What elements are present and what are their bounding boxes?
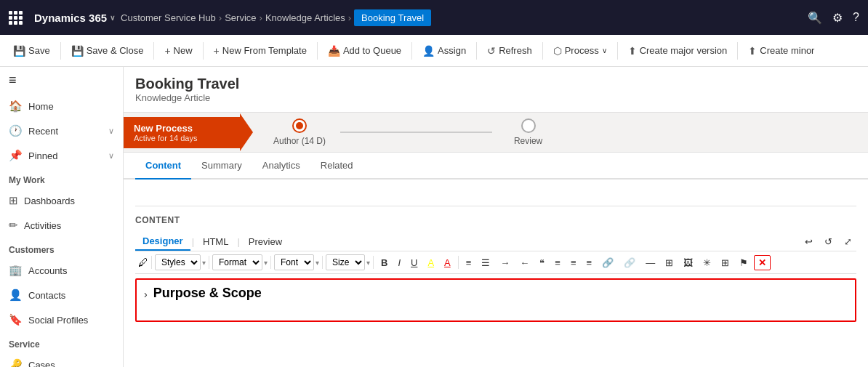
indent-button[interactable]: → <box>496 255 514 270</box>
sidebar-item-recent[interactable]: 🕐 Recent ∨ <box>0 118 123 143</box>
process-stage-active[interactable]: New Process Active for 14 days <box>124 117 240 148</box>
add-to-queue-button[interactable]: 📥 Add to Queue <box>321 41 409 61</box>
sidebar-item-social-profiles[interactable]: 🔖 Social Profiles <box>0 307 123 332</box>
table-button[interactable]: ⊞ <box>661 255 678 270</box>
editor-arrow-icon: › <box>144 289 148 300</box>
process-button[interactable]: ⬡ Process ∨ <box>546 41 614 61</box>
dashboards-icon: ⊞ <box>9 194 18 207</box>
waffle-menu[interactable] <box>9 11 23 25</box>
close-button[interactable]: ✕ <box>754 255 771 270</box>
dtab-preview[interactable]: Preview <box>241 233 289 250</box>
sidebar-item-dashboards[interactable]: ⊞ Dashboards <box>0 188 123 213</box>
pinned-icon: 📌 <box>9 149 23 162</box>
service-section-label: Service <box>0 332 123 352</box>
align-left-button[interactable]: ≡ <box>462 255 476 270</box>
save-icon: 💾 <box>13 45 25 57</box>
size-select[interactable]: Size <box>326 254 365 270</box>
italic-button[interactable]: I <box>393 255 405 270</box>
hr-button[interactable]: — <box>641 255 659 270</box>
sidebar-item-activities[interactable]: ✏ Activities <box>0 213 123 238</box>
breadcrumb-booking-travel[interactable]: Booking Travel <box>354 9 431 26</box>
brand-dropdown-icon: ∨ <box>110 14 115 22</box>
assign-button[interactable]: 👤 Assign <box>415 41 473 61</box>
align-center-button[interactable]: ≡ <box>550 255 565 270</box>
editor-content: › Purpose & Scope <box>144 286 848 301</box>
save-close-button[interactable]: 💾 Save & Close <box>64 41 151 61</box>
align-right-button[interactable]: ≡ <box>566 255 581 270</box>
blockquote-button[interactable]: ❝ <box>535 255 549 270</box>
help-icon[interactable]: ? <box>853 11 859 24</box>
sidebar-item-home[interactable]: 🏠 Home <box>0 94 123 118</box>
assign-icon: 👤 <box>422 45 435 57</box>
top-navigation: Dynamics 365 ∨ Customer Service Hub › Se… <box>0 0 868 35</box>
flag-button[interactable]: ⚑ <box>735 255 752 270</box>
editor-heading: Purpose & Scope <box>153 286 262 301</box>
save-close-icon: 💾 <box>71 45 84 57</box>
special-char-button[interactable]: ✳ <box>699 255 715 270</box>
process-stage-sub: Active for 14 days <box>134 134 230 142</box>
editor-area[interactable]: › Purpose & Scope <box>135 278 856 322</box>
process-stage-author[interactable]: Author (14 D) <box>259 113 340 152</box>
new-button[interactable]: + New <box>157 41 199 61</box>
bold-button[interactable]: B <box>377 255 392 270</box>
sidebar-item-contacts[interactable]: 👤 Contacts <box>0 283 123 307</box>
cmd-separator-9 <box>737 42 738 60</box>
tab-summary[interactable]: Summary <box>191 153 252 180</box>
my-work-section-label: My Work <box>0 168 123 188</box>
breadcrumb-service[interactable]: Service <box>225 12 256 23</box>
add-to-queue-icon: 📥 <box>328 45 340 57</box>
sidebar-item-pinned[interactable]: 📌 Pinned ∨ <box>0 143 123 168</box>
tab-analytics[interactable]: Analytics <box>252 153 310 180</box>
image-button[interactable]: 🖼 <box>679 255 697 270</box>
review-circle-icon <box>521 118 536 133</box>
search-icon[interactable]: 🔍 <box>808 11 822 25</box>
link-button[interactable]: 🔗 <box>598 255 618 270</box>
source-button[interactable]: ⊞ <box>717 255 734 270</box>
save-button[interactable]: 💾 Save <box>6 41 57 61</box>
underline-button[interactable]: U <box>406 255 422 270</box>
list-ul-button[interactable]: ☰ <box>477 255 494 270</box>
styles-select[interactable]: Styles <box>155 254 201 270</box>
redo-button[interactable]: ↺ <box>820 234 837 249</box>
unlink-button[interactable]: 🔗 <box>619 255 640 270</box>
outdent-button[interactable]: ← <box>515 255 534 270</box>
tab-content[interactable]: Content <box>135 153 191 180</box>
sidebar: ≡ 🏠 Home 🕐 Recent ∨ 📌 Pinned ∨ My Work ⊞… <box>0 67 124 367</box>
create-major-version-button[interactable]: ⬆ Create major version <box>621 41 735 61</box>
undo-button[interactable]: ↩ <box>800 234 817 249</box>
align-justify-button[interactable]: ≡ <box>582 255 597 270</box>
title-input-area <box>135 185 856 206</box>
format-select[interactable]: Format <box>212 254 262 270</box>
tab-related[interactable]: Related <box>310 153 363 180</box>
record-title: Booking Travel <box>135 76 856 92</box>
font-select[interactable]: Font <box>274 254 314 270</box>
breadcrumb-customer-service-hub[interactable]: Customer Service Hub <box>121 12 216 23</box>
dtab-designer[interactable]: Designer <box>135 233 190 251</box>
sidebar-item-accounts[interactable]: 🏢 Accounts <box>0 258 123 283</box>
refresh-button[interactable]: ↺ Refresh <box>480 41 539 61</box>
process-stage-review[interactable]: Review <box>492 113 564 152</box>
font-color-button[interactable]: A <box>440 255 455 270</box>
contacts-icon: 👤 <box>9 289 23 302</box>
sidebar-item-cases[interactable]: 🔑 Cases <box>0 352 123 367</box>
new-from-template-button[interactable]: + New From Template <box>206 41 314 61</box>
cmd-separator-8 <box>617 42 618 60</box>
process-dropdown-icon: ∨ <box>602 47 607 55</box>
top-nav-right: 🔍 ⚙ ? <box>808 11 859 25</box>
record-subtitle: Knowledge Article <box>135 92 856 103</box>
breadcrumb-knowledge-articles[interactable]: Knowledge Articles <box>265 12 345 23</box>
highlight-button[interactable]: A <box>423 255 438 270</box>
settings-icon[interactable]: ⚙ <box>832 11 843 25</box>
customers-section-label: Customers <box>0 238 123 258</box>
brand-label[interactable]: Dynamics 365 ∨ <box>34 12 115 24</box>
expand-button[interactable]: ⤢ <box>840 234 856 249</box>
create-minor-button[interactable]: ⬆ Create minor <box>741 41 821 61</box>
process-stage-name: New Process <box>134 123 230 134</box>
process-chevron-icon <box>240 113 253 151</box>
sidebar-menu-toggle[interactable]: ≡ <box>0 67 123 94</box>
dtab-html[interactable]: HTML <box>196 233 236 250</box>
article-title-input[interactable] <box>135 190 499 201</box>
process-icon: ⬡ <box>553 45 562 57</box>
eraser-icon: 🖊 <box>138 257 148 268</box>
cases-icon: 🔑 <box>9 358 23 367</box>
